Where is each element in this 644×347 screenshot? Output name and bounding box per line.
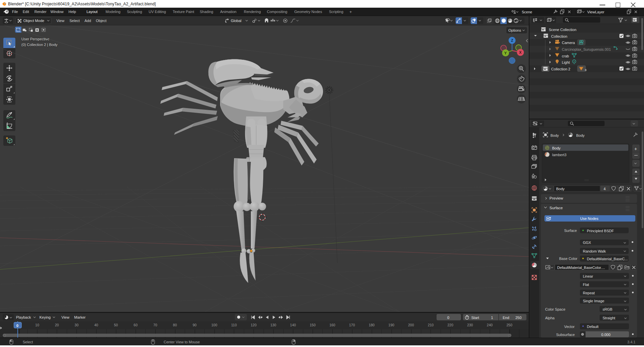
svg-text:Z: Z: [511, 38, 513, 42]
svg-text:Y: Y: [504, 51, 507, 55]
svg-text:X: X: [519, 50, 522, 54]
